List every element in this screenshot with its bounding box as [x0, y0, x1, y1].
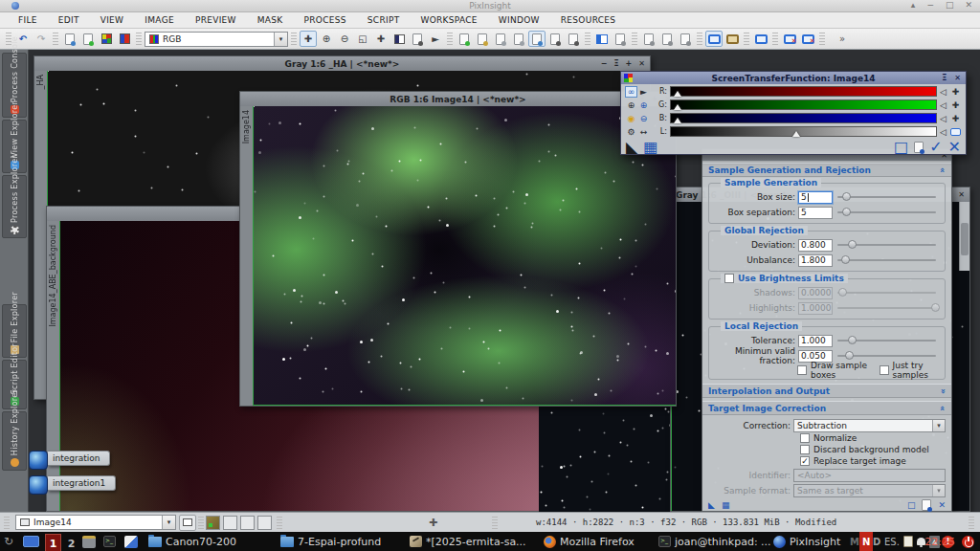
- zoom-window-icon[interactable]: +: [626, 59, 633, 68]
- view-new-icon[interactable]: [456, 31, 473, 47]
- new-instance-icon[interactable]: □: [907, 500, 916, 510]
- clock[interactable]: 22:25: [924, 532, 955, 551]
- color-management-icon[interactable]: [724, 31, 741, 47]
- menu-script[interactable]: SCRIPT: [357, 13, 411, 27]
- expand-section-icon[interactable]: «: [938, 388, 947, 394]
- green-transfer-bar[interactable]: [670, 99, 937, 110]
- sidebar-item-history-explorer[interactable]: History Explorer: [2, 411, 27, 471]
- close-view-icon[interactable]: [781, 31, 798, 47]
- toolbar-grip[interactable]: [819, 33, 825, 46]
- track-view-icon[interactable]: [528, 31, 546, 47]
- toolbar-grip[interactable]: [744, 33, 749, 46]
- link-rgb-icon[interactable]: ∞: [625, 86, 637, 98]
- draw-sample-boxes-checkbox[interactable]: [797, 365, 807, 375]
- duplicate-image-icon[interactable]: [79, 31, 97, 47]
- tolerance-slider[interactable]: [837, 336, 936, 345]
- current-view-select[interactable]: Image14 ▾: [15, 515, 176, 530]
- view-selector-button[interactable]: [179, 515, 196, 531]
- taskbar-window-espai[interactable]: 7-Espai-profund: [280, 532, 381, 551]
- toolbar-grip[interactable]: [585, 33, 590, 46]
- apply-icon[interactable]: ◣: [708, 500, 715, 510]
- workspace-1-button[interactable]: 1: [45, 534, 61, 551]
- reset-icon[interactable]: ✕: [948, 138, 961, 156]
- taskbar-window-canon[interactable]: Canon70-200: [148, 532, 236, 551]
- redo-icon[interactable]: ↷: [33, 31, 50, 47]
- workspace-thumbnail-4[interactable]: [257, 516, 272, 530]
- new-image-icon[interactable]: [61, 31, 78, 47]
- reset-blue-icon[interactable]: ◁: [937, 113, 949, 124]
- browse-documentation-icon[interactable]: [922, 499, 931, 511]
- toolbar-grip[interactable]: [632, 33, 637, 46]
- display-mode-dropdown-icon[interactable]: ▾: [274, 33, 287, 46]
- section-sample-generation-rejection[interactable]: Sample Generation and Rejection «: [702, 163, 951, 177]
- tray-indicator-d[interactable]: D: [873, 532, 880, 551]
- zoom-out-icon[interactable]: ⊖: [637, 113, 650, 124]
- compare-views-icon[interactable]: [640, 31, 657, 47]
- taskbar-window-firefox[interactable]: Mozilla Firefox: [544, 532, 635, 551]
- app-rollup-icon[interactable]: ▴: [911, 0, 916, 10]
- shade-icon[interactable]: Ξ: [614, 59, 619, 68]
- scrollbar-thumb[interactable]: [961, 223, 969, 255]
- refresh-screen-icon[interactable]: [752, 31, 769, 47]
- apply-global-icon[interactable]: ▦: [643, 138, 657, 156]
- menu-process[interactable]: PROCESS: [294, 13, 357, 27]
- window-rgb-side-tab[interactable]: Image14: [240, 106, 253, 406]
- launcher-archive-icon[interactable]: [82, 532, 96, 551]
- solve-views-icon[interactable]: [677, 31, 694, 47]
- keyboard-layout-indicator[interactable]: ES.: [884, 532, 900, 551]
- unbalance-slider[interactable]: [837, 255, 936, 265]
- box-separation-input[interactable]: 5: [798, 207, 833, 219]
- zoom-in-tool-icon[interactable]: ⊕: [318, 31, 335, 47]
- toolbar-grip[interactable]: [697, 33, 702, 46]
- restore-view-icon[interactable]: [565, 31, 582, 47]
- sidebar-item-process-explorer[interactable]: Process Explorer: [2, 175, 27, 238]
- vertical-scrollbar[interactable]: [959, 202, 969, 271]
- view-history-back-icon[interactable]: [492, 31, 509, 47]
- apply-global-icon[interactable]: ▦: [722, 500, 730, 510]
- zoom-in-icon[interactable]: ⊕: [625, 99, 637, 111]
- taskbar-window-ermita[interactable]: *[2025-ermita-sa...: [410, 532, 526, 551]
- new-instance-icon[interactable]: □: [894, 138, 908, 156]
- pointer-tool-icon[interactable]: ►: [427, 31, 444, 47]
- box-size-slider[interactable]: [837, 192, 936, 202]
- statusbar-grip[interactable]: [198, 517, 204, 529]
- close-icon[interactable]: ✕: [638, 59, 645, 68]
- stf-enable-icon[interactable]: [705, 31, 723, 47]
- use-brightness-limits-checkbox[interactable]: [724, 274, 734, 283]
- just-try-samples-checkbox[interactable]: [880, 365, 889, 375]
- screen-layout-icon[interactable]: [612, 31, 629, 47]
- replace-target-image-checkbox[interactable]: ✓: [800, 456, 810, 466]
- app-minimize-icon[interactable]: −: [926, 0, 934, 10]
- toolbar-grip[interactable]: [447, 33, 453, 46]
- tray-clipboard-icon[interactable]: [903, 532, 913, 551]
- reset-red-icon[interactable]: ◁: [937, 86, 949, 98]
- taskbar-window-pixinsight[interactable]: PixInsight: [773, 532, 840, 551]
- menu-window[interactable]: WINDOW: [488, 13, 550, 27]
- tray-indicator-m[interactable]: M: [850, 532, 859, 551]
- normalize-checkbox[interactable]: [800, 433, 810, 443]
- wrench-settings-icon[interactable]: ⚙: [625, 126, 637, 138]
- view-history-forward-icon[interactable]: [510, 31, 527, 47]
- view-edit-icon[interactable]: [474, 31, 491, 47]
- reset-icon[interactable]: ✕: [938, 500, 946, 510]
- toolbar-overflow-icon[interactable]: »: [834, 31, 851, 47]
- rgb-channels-icon[interactable]: [98, 31, 115, 47]
- center-image-icon[interactable]: ✚: [372, 31, 390, 47]
- app-maximize-icon[interactable]: □: [946, 0, 954, 10]
- menu-file[interactable]: FILE: [8, 13, 48, 27]
- section-interpolation-output[interactable]: Interpolation and Output «: [702, 384, 951, 398]
- iconized-view-integration1[interactable]: integration1: [29, 474, 116, 496]
- screen-preview-icon[interactable]: [949, 126, 962, 138]
- iconize-view-icon[interactable]: [546, 31, 564, 47]
- correction-select[interactable]: Subtraction ▾: [793, 419, 946, 432]
- launcher-media-icon[interactable]: [124, 532, 138, 551]
- blue-adjust-icon[interactable]: ✚: [949, 113, 962, 124]
- red-adjust-icon[interactable]: ✚: [949, 86, 962, 98]
- tolerance-input[interactable]: 1.000: [798, 335, 833, 347]
- statusbar-grip[interactable]: [969, 517, 974, 529]
- app-titlebar[interactable]: PixInsight ▴ − □ ✕: [0, 0, 980, 12]
- iconize-icon[interactable]: −: [601, 59, 608, 68]
- app-close-icon[interactable]: ✕: [965, 0, 972, 10]
- statusbar-grip[interactable]: [277, 517, 282, 529]
- power-button-icon[interactable]: [962, 532, 974, 551]
